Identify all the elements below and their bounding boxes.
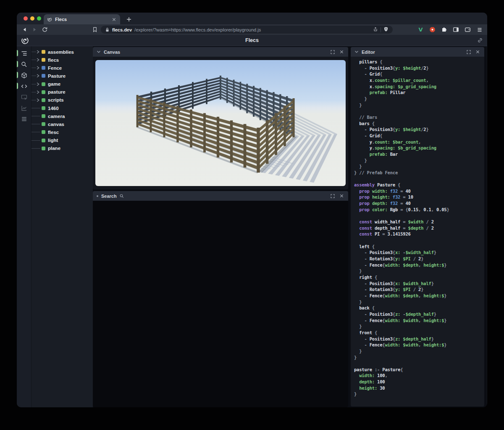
tree-guide-line (32, 148, 40, 149)
code-line: assembly Pasture { (354, 182, 484, 188)
code-line: - Position3{z: -$depth_half} (354, 311, 484, 317)
rail-button-entities[interactable] (17, 70, 31, 81)
tree-item-scripts[interactable]: scripts (32, 96, 93, 104)
code-line: front { (354, 330, 484, 336)
code-line: height: 30 (354, 385, 484, 391)
rail-button-scripts[interactable] (17, 81, 31, 92)
fullscreen-icon[interactable] (330, 49, 336, 55)
entity-tree-icon (21, 50, 27, 57)
code-line: - Position3{z: $depth_half} (354, 336, 484, 342)
forward-button[interactable] (31, 26, 38, 33)
tree-guide-line (32, 92, 36, 92)
panel-title: Canvas (104, 50, 120, 55)
tree-item-canvas[interactable]: canvas (32, 120, 93, 128)
tree-item-label: light (48, 138, 58, 143)
code-line: depth: 100 (354, 379, 484, 385)
code-line (354, 237, 484, 244)
active-indicator (17, 50, 18, 56)
flecs-favicon-icon (47, 17, 52, 22)
code-line (354, 108, 484, 114)
fullscreen-icon[interactable] (330, 193, 336, 199)
script-editor[interactable]: pillars { - Position3{y: $height/2} - Gr… (351, 57, 484, 406)
tree-item-plane[interactable]: plane (32, 144, 93, 152)
reload-button[interactable] (41, 26, 48, 33)
tree-item-Pasture[interactable]: Pasture (32, 72, 93, 80)
code-line: - Grid{ (354, 133, 484, 139)
entity-color-square (42, 90, 45, 94)
menu-icon[interactable] (476, 26, 483, 33)
tree-item-light[interactable]: light (32, 136, 93, 144)
code-line: width: 100, (354, 372, 484, 379)
url-bar[interactable]: flecs.dev /explorer/?wasm=https://www.fl… (101, 26, 393, 34)
rail-button-search[interactable] (17, 59, 31, 70)
active-indicator (17, 72, 18, 78)
tree-item-camera[interactable]: camera (32, 112, 93, 120)
tree-guide-line (32, 140, 40, 141)
expand-chevron-icon[interactable] (37, 98, 39, 102)
code-line: - Position3{x: $width_half} (354, 281, 484, 287)
tree-item-label: flecs (48, 58, 59, 63)
lock-icon (105, 27, 110, 32)
close-window-button[interactable] (24, 16, 28, 21)
code-line: back { (354, 305, 484, 311)
collapse-chevron-icon[interactable] (354, 50, 359, 54)
tree-item-Fence[interactable]: Fence (32, 64, 93, 72)
expand-chevron-icon[interactable] (37, 66, 39, 70)
share-icon[interactable] (373, 26, 378, 34)
zoom-window-button[interactable] (37, 16, 41, 21)
vue-devtools-icon[interactable]: V (417, 26, 424, 33)
close-panel-icon[interactable] (475, 49, 480, 55)
share-link-icon[interactable] (477, 37, 483, 45)
canvas-panel: Canvas (93, 47, 348, 189)
minimize-window-button[interactable] (30, 16, 34, 21)
fullscreen-icon[interactable] (466, 49, 472, 55)
code-line (354, 176, 484, 182)
browser-tab[interactable]: Flecs (44, 14, 120, 24)
tree-item-pasture[interactable]: pasture (32, 88, 93, 96)
close-panel-icon[interactable] (339, 193, 344, 199)
code-line: - Position3{y: $height/2} (354, 126, 484, 133)
tree-item-1460[interactable]: 1460 (32, 104, 93, 112)
code-line: - Fence{width: $width, height:$} (354, 317, 484, 324)
divider (381, 27, 381, 32)
extensions-puzzle-icon[interactable] (441, 26, 448, 33)
tree-guide-line (32, 100, 36, 100)
tree-item-game[interactable]: game (32, 80, 93, 88)
canvas-panel-header: Canvas (93, 47, 348, 57)
back-button[interactable] (21, 26, 28, 33)
tree-guide-line (32, 84, 36, 84)
search-icon (21, 61, 27, 68)
rail-button-queries[interactable] (17, 113, 31, 124)
rail-button-statistics[interactable] (17, 102, 31, 113)
expand-chevron-icon[interactable] (37, 82, 39, 86)
panel-title: Search (101, 194, 117, 199)
sidebar-toggle-icon[interactable] (452, 26, 459, 33)
entity-color-square (42, 106, 45, 110)
tree-item-flecs[interactable]: flecs (32, 56, 93, 64)
code-line: // Bars (354, 114, 484, 121)
red-octagon-extension-icon[interactable] (429, 26, 436, 33)
wallet-icon[interactable] (464, 26, 471, 33)
code-line: pillars { (354, 59, 484, 65)
queries-icon (21, 116, 27, 122)
new-tab-button[interactable] (124, 15, 134, 24)
entity-color-square (42, 122, 45, 126)
app-body: assembliesflecsFencePasturegamepasturesc… (17, 46, 487, 407)
tree-item-flesc[interactable]: flesc (32, 128, 93, 136)
brave-shield-icon[interactable] (383, 26, 388, 34)
expand-chevron-icon[interactable] (37, 90, 39, 94)
expand-chevron-icon[interactable] (37, 58, 39, 62)
tab-close-icon[interactable] (111, 16, 117, 22)
collapsed-dot-icon[interactable] (97, 195, 98, 197)
tree-item-assemblies[interactable]: assemblies (32, 48, 93, 56)
bookmark-icon[interactable] (91, 26, 98, 33)
collapse-chevron-icon[interactable] (97, 50, 101, 54)
statistics-icon (21, 105, 27, 111)
tree-item-label: Fence (48, 66, 62, 71)
expand-chevron-icon[interactable] (37, 50, 39, 54)
close-panel-icon[interactable] (339, 49, 344, 55)
canvas-3d-viewport[interactable] (95, 60, 346, 186)
expand-chevron-icon[interactable] (37, 74, 39, 78)
rail-button-entity-tree[interactable] (17, 48, 31, 59)
rail-button-inspector[interactable] (17, 92, 31, 102)
